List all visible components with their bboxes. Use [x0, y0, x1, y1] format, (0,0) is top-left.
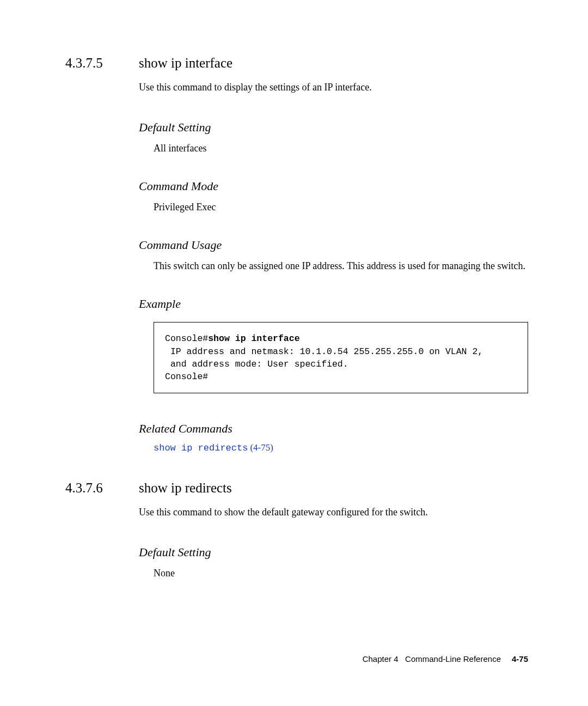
- footer-page-number: 4-75: [512, 654, 528, 664]
- section-title: show ip interface: [139, 56, 232, 71]
- example-heading: Example: [139, 297, 528, 311]
- default-setting-text: None: [154, 566, 528, 580]
- footer-title: Command-Line Reference: [405, 654, 501, 664]
- default-setting-text: All interfaces: [154, 141, 528, 155]
- code-output-line: IP address and netmask: 10.1.0.54 255.25…: [165, 346, 483, 357]
- section-heading-4375: 4.3.7.5 show ip interface: [65, 56, 528, 71]
- related-command-link[interactable]: show ip redirects: [154, 443, 248, 453]
- related-page-ref[interactable]: (4-75): [250, 442, 273, 453]
- section-heading-4376: 4.3.7.6 show ip redirects: [65, 480, 528, 496]
- command-usage-text: This switch can only be assigned one IP …: [154, 259, 528, 273]
- command-mode-heading: Command Mode: [139, 179, 528, 193]
- default-setting-heading: Default Setting: [139, 120, 528, 135]
- command-mode-text: Privileged Exec: [154, 200, 528, 214]
- code-prompt: Console#: [165, 372, 208, 382]
- section-title: show ip redirects: [139, 480, 232, 496]
- related-commands-heading: Related Commands: [139, 422, 528, 436]
- command-usage-heading: Command Usage: [139, 238, 528, 252]
- section-number: 4.3.7.5: [65, 56, 139, 71]
- page-footer: Chapter 4 Command-Line Reference4-75: [363, 654, 528, 664]
- related-commands-row: show ip redirects (4-75): [154, 442, 528, 453]
- code-example: Console#show ip interface IP address and…: [154, 322, 528, 393]
- default-setting-heading: Default Setting: [139, 545, 528, 559]
- footer-chapter: Chapter 4: [363, 654, 399, 664]
- section-number: 4.3.7.6: [65, 480, 139, 496]
- code-output-line: and address mode: User specified.: [165, 359, 348, 369]
- section-intro: Use this command to display the settings…: [139, 81, 528, 94]
- section-intro: Use this command to show the default gat…: [139, 506, 528, 519]
- code-command: show ip interface: [208, 333, 299, 344]
- code-prompt: Console#: [165, 333, 208, 344]
